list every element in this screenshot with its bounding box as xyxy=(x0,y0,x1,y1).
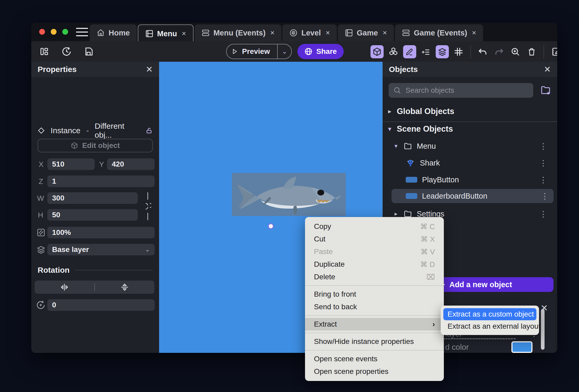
rotation-angle-field[interactable]: 0 xyxy=(47,299,155,311)
shark-sprite[interactable] xyxy=(232,173,346,216)
menu-item-send-to-back[interactable]: Send to back xyxy=(305,301,444,313)
w-field[interactable]: 300 xyxy=(47,192,138,204)
chevron-right-icon: ▸ xyxy=(393,210,399,217)
instance-object-name: Different obj... xyxy=(95,122,140,140)
close-icon[interactable]: ✕ xyxy=(544,65,551,74)
edit-mode-toggle-icon[interactable] xyxy=(403,45,416,58)
search-objects-input[interactable] xyxy=(405,86,529,95)
section-divider xyxy=(383,121,557,122)
selection-rotate-handle[interactable] xyxy=(268,223,274,229)
tab-game[interactable]: Game × xyxy=(338,24,394,41)
close-window-button[interactable] xyxy=(39,29,45,35)
menu-item-open-scene-events[interactable]: Open scene events xyxy=(305,353,444,365)
flip-horizontal-button[interactable] xyxy=(35,283,94,292)
context-menu: Copy⌘ C Cut⌘ X Paste⌘ V Duplicate⌘ D Del… xyxy=(305,217,444,381)
folder-icon xyxy=(404,142,412,150)
preview-split-button[interactable]: Preview ⌄ xyxy=(226,44,292,59)
color-row-label: d color xyxy=(445,343,469,352)
tab-home[interactable]: Home xyxy=(90,24,137,41)
menu-item-copy[interactable]: Copy⌘ C xyxy=(305,220,444,233)
redo-icon[interactable] xyxy=(492,45,506,58)
tab-close-icon[interactable]: × xyxy=(324,29,330,37)
tree-item-playbutton[interactable]: PlayButton ⋮ xyxy=(406,173,552,187)
kebab-menu-icon[interactable]: ⋮ xyxy=(539,175,547,184)
layers-toggle-icon[interactable] xyxy=(436,45,449,58)
extract-submenu: Extract as a custom object Extract as an… xyxy=(441,306,539,335)
share-button[interactable]: Share xyxy=(297,44,344,59)
close-icon[interactable]: ✕ xyxy=(146,65,153,74)
kebab-menu-icon[interactable]: ⋮ xyxy=(539,142,547,151)
minimize-window-button[interactable] xyxy=(51,29,57,35)
opacity-field[interactable]: 100% xyxy=(47,227,155,238)
panels-layout-icon[interactable] xyxy=(38,45,51,58)
tab-close-icon[interactable]: × xyxy=(471,29,476,37)
submenu-item-extract-external-layout[interactable]: Extract as an external layout xyxy=(443,320,536,332)
instances-icon[interactable] xyxy=(387,45,400,58)
lock-open-icon[interactable] xyxy=(145,127,153,135)
events-icon xyxy=(201,29,210,37)
flip-vertical-button[interactable] xyxy=(95,283,155,292)
menu-item-bring-to-front[interactable]: Bring to front xyxy=(305,288,444,301)
menu-divider xyxy=(305,315,444,316)
tree-item-shark[interactable]: Shark ⋮ xyxy=(406,156,552,170)
overlay-scrollbar[interactable] xyxy=(541,309,545,350)
backspace-icon: ⌧ xyxy=(426,273,435,281)
history-icon[interactable] xyxy=(60,45,73,58)
undo-icon[interactable] xyxy=(476,45,489,58)
tab-menu[interactable]: Menu × xyxy=(138,24,194,42)
search-icon xyxy=(393,86,401,94)
instance-list-icon[interactable] xyxy=(419,45,433,58)
w-field-label: W xyxy=(37,194,44,203)
instance-separator: - xyxy=(86,126,89,135)
grid-icon[interactable] xyxy=(452,45,465,58)
x-field[interactable]: 510 xyxy=(47,158,95,170)
chevron-down-icon[interactable]: ⌄ xyxy=(278,48,291,55)
menu-item-paste[interactable]: Paste⌘ V xyxy=(305,245,444,258)
tab-label: Home xyxy=(109,29,130,37)
objects-title: Objects xyxy=(389,65,418,74)
tab-game-events[interactable]: Game (Events) × xyxy=(395,24,483,41)
opacity-icon xyxy=(37,228,45,237)
maximize-window-button[interactable] xyxy=(62,29,68,35)
scene-properties-icon[interactable] xyxy=(549,45,557,58)
menu-item-cut[interactable]: Cut⌘ X xyxy=(305,233,444,245)
menu-item-delete[interactable]: Delete⌧ xyxy=(305,271,444,283)
trash-icon[interactable] xyxy=(525,45,538,58)
globe-icon xyxy=(304,47,313,56)
add-folder-icon[interactable] xyxy=(540,85,551,95)
link-wh-icon[interactable] xyxy=(144,192,151,221)
tab-level[interactable]: Level × xyxy=(282,24,337,41)
menu-item-open-scene-properties[interactable]: Open scene properties xyxy=(305,365,444,378)
kebab-menu-icon[interactable]: ⋮ xyxy=(539,158,547,168)
object-3d-toggle-icon[interactable] xyxy=(370,45,384,58)
kebab-menu-icon[interactable]: ⋮ xyxy=(539,209,547,219)
menu-item-duplicate[interactable]: Duplicate⌘ D xyxy=(305,258,444,271)
kebab-menu-icon[interactable]: ⋮ xyxy=(541,192,549,201)
menu-item-show-hide-instance-properties[interactable]: Show/Hide instance properties xyxy=(305,335,444,348)
zoom-in-icon[interactable] xyxy=(509,45,522,58)
layer-select[interactable]: Base layer ⌄ xyxy=(47,244,155,255)
tab-close-icon[interactable]: × xyxy=(382,29,387,37)
tab-close-icon[interactable]: × xyxy=(181,29,186,38)
properties-title: Properties xyxy=(38,65,77,74)
save-icon[interactable] xyxy=(82,45,95,58)
tab-close-icon[interactable]: × xyxy=(269,29,275,37)
tree-item-leaderboardbutton[interactable]: LeaderboardButton ⋮ xyxy=(392,189,553,203)
tree-folder-menu[interactable]: ▾ Menu ⋮ xyxy=(393,139,552,153)
tab-label: Game (Events) xyxy=(414,29,467,37)
tab-menu-events[interactable]: Menu (Events) × xyxy=(195,24,282,41)
submenu-item-extract-custom-object[interactable]: Extract as a custom object xyxy=(443,308,536,320)
z-field[interactable]: 1 xyxy=(47,176,155,187)
add-new-object-button[interactable]: + Add a new object xyxy=(437,277,553,292)
h-field[interactable]: 50 xyxy=(47,209,138,221)
y-field[interactable]: 420 xyxy=(107,158,155,170)
section-scene-objects[interactable]: ▾ Scene Objects xyxy=(383,122,557,136)
menu-item-extract[interactable]: Extract› xyxy=(305,318,444,331)
background-color-swatch[interactable] xyxy=(511,341,532,353)
edit-object-button[interactable]: Edit object xyxy=(38,139,153,152)
edit-object-label: Edit object xyxy=(82,141,120,150)
section-global-objects[interactable]: ▸ Global Objects xyxy=(383,105,557,118)
shortcut: ⌘ X xyxy=(421,235,435,244)
main-menu-icon[interactable] xyxy=(76,28,88,36)
shark-image xyxy=(232,173,346,216)
